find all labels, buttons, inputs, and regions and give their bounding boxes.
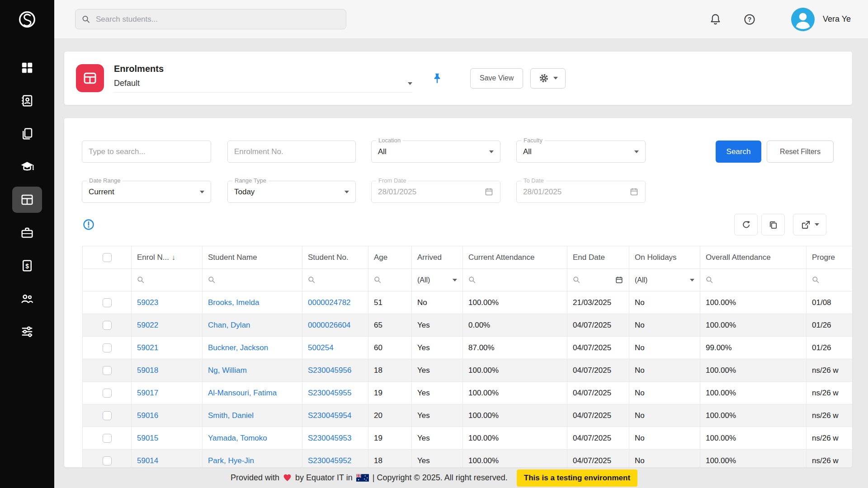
- enrol-no-link[interactable]: 59023: [137, 298, 158, 307]
- row-checkbox[interactable]: [103, 321, 112, 330]
- enrolment-no-input[interactable]: [227, 141, 356, 163]
- student-name-link[interactable]: Smith, Daniel: [208, 411, 254, 420]
- app-logo[interactable]: [0, 0, 54, 39]
- col-header-age[interactable]: Age: [368, 246, 412, 269]
- sidebar-item-dashboard[interactable]: [0, 51, 54, 84]
- student-name-link[interactable]: Park, Hye-Jin: [208, 456, 254, 465]
- on-holidays-column-filter[interactable]: (All): [635, 276, 694, 284]
- student-name-link[interactable]: Al-Mansouri, Fatima: [208, 389, 277, 397]
- reset-filters-button[interactable]: Reset Filters: [767, 141, 834, 163]
- student-no-link[interactable]: 500254: [308, 343, 334, 352]
- overall-attendance-column-filter[interactable]: [706, 276, 801, 284]
- student-name-link[interactable]: Brooks, Imelda: [208, 298, 259, 307]
- search-students-input[interactable]: [96, 15, 340, 24]
- refresh-button[interactable]: [734, 214, 758, 235]
- enrol-no-link[interactable]: 59018: [137, 366, 158, 375]
- age-column-filter[interactable]: [374, 276, 406, 284]
- arrived-cell: No: [412, 291, 463, 314]
- student-name-link[interactable]: Buckner, Jackson: [208, 343, 268, 352]
- enrol-no-link[interactable]: 59022: [137, 321, 158, 329]
- view-selector[interactable]: Default: [114, 79, 412, 93]
- date-range-select[interactable]: Date Range Current: [82, 181, 211, 203]
- col-header-overall-attendance[interactable]: Overall Attendance: [700, 246, 807, 269]
- sidebar-item-documents[interactable]: [0, 117, 54, 150]
- student-name-link[interactable]: Chan, Dylan: [208, 321, 250, 329]
- sidebar-item-students[interactable]: [0, 150, 54, 183]
- footer-text-mid: by Equator IT in: [295, 473, 353, 483]
- from-date-field[interactable]: From Date 28/01/2025: [371, 181, 500, 203]
- col-header-progress[interactable]: Progre: [807, 246, 853, 269]
- end-date-cell: 21/03/2025: [567, 291, 629, 314]
- to-date-field[interactable]: To Date 28/01/2025: [516, 181, 646, 203]
- progress-cell: ns/26 w: [807, 450, 853, 468]
- student-no-link[interactable]: S230045955: [308, 389, 351, 397]
- student-no-link[interactable]: S230045952: [308, 456, 351, 465]
- end-date-column-filter[interactable]: [573, 276, 623, 284]
- row-checkbox[interactable]: [103, 366, 112, 375]
- global-search[interactable]: [75, 9, 346, 29]
- view-settings-button[interactable]: [530, 68, 566, 89]
- row-checkbox[interactable]: [103, 434, 112, 443]
- col-header-on-holidays[interactable]: On Holidays: [629, 246, 700, 269]
- calendar-icon: [629, 187, 639, 197]
- sidebar-item-contacts[interactable]: [0, 84, 54, 117]
- student-no-column-filter[interactable]: [308, 276, 363, 284]
- gear-icon: [538, 73, 549, 84]
- user-menu[interactable]: Vera Ye: [791, 8, 851, 31]
- row-checkbox[interactable]: [103, 456, 112, 465]
- help-icon: ?: [743, 13, 756, 26]
- copy-button[interactable]: [761, 214, 785, 235]
- col-header-student-no[interactable]: Student No.: [302, 246, 368, 269]
- notifications-button[interactable]: [709, 13, 722, 25]
- arrived-column-filter[interactable]: (All): [417, 276, 457, 284]
- col-header-student-name[interactable]: Student Name: [203, 246, 302, 269]
- select-all-checkbox[interactable]: [103, 253, 112, 262]
- student-no-link[interactable]: 0000024782: [308, 298, 351, 307]
- sidebar: $: [0, 0, 54, 488]
- export-button[interactable]: [793, 214, 826, 235]
- sidebar-item-groups[interactable]: [0, 282, 54, 315]
- row-checkbox[interactable]: [103, 389, 112, 398]
- row-checkbox[interactable]: [103, 343, 112, 352]
- help-button[interactable]: ?: [743, 13, 756, 26]
- col-header-end-date[interactable]: End Date: [567, 246, 629, 269]
- student-name-link[interactable]: Ng, William: [208, 366, 247, 375]
- student-name-link[interactable]: Yamada, Tomoko: [208, 434, 267, 442]
- progress-column-filter[interactable]: [812, 276, 853, 284]
- enrol-no-link[interactable]: 59015: [137, 434, 158, 442]
- sidebar-item-enrolments[interactable]: [0, 183, 54, 216]
- student-no-link[interactable]: 0000026604: [308, 321, 351, 329]
- current-attendance-column-filter[interactable]: [468, 276, 561, 284]
- info-button[interactable]: [82, 218, 95, 231]
- faculty-select[interactable]: Faculty All: [516, 141, 646, 163]
- pin-view-button[interactable]: [431, 72, 443, 84]
- col-header-arrived[interactable]: Arrived: [412, 246, 463, 269]
- on-holidays-cell: No: [629, 314, 700, 337]
- sidebar-item-jobs[interactable]: [0, 216, 54, 249]
- enrol-no-link[interactable]: 59014: [137, 456, 158, 465]
- enrol-no-column-filter[interactable]: [137, 276, 197, 284]
- range-type-select[interactable]: Range Type Today: [227, 181, 356, 203]
- sidebar-item-invoices[interactable]: $: [0, 249, 54, 282]
- student-no-link[interactable]: S230045956: [308, 366, 351, 375]
- col-header-enrol-no[interactable]: Enrol N...↓: [132, 246, 203, 269]
- bell-icon: [709, 13, 722, 25]
- arrived-cell: Yes: [412, 359, 463, 382]
- search-icon: [812, 276, 820, 284]
- row-checkbox[interactable]: [103, 411, 112, 420]
- row-checkbox[interactable]: [103, 298, 112, 307]
- enrol-no-link[interactable]: 59021: [137, 343, 158, 352]
- keyword-search-input[interactable]: [82, 141, 211, 163]
- col-header-current-attendance[interactable]: Current Attendance: [463, 246, 567, 269]
- age-cell: 60: [368, 337, 412, 359]
- enrol-no-link[interactable]: 59016: [137, 411, 158, 420]
- student-no-link[interactable]: S230045953: [308, 434, 351, 442]
- sidebar-item-settings[interactable]: [0, 315, 54, 348]
- student-no-link[interactable]: S230045954: [308, 411, 351, 420]
- save-view-button[interactable]: Save View: [470, 68, 523, 89]
- search-button[interactable]: Search: [716, 141, 761, 163]
- enrol-no-link[interactable]: 59017: [137, 389, 158, 397]
- location-select[interactable]: Location All: [371, 141, 500, 163]
- end-date-cell: 04/07/2025: [567, 382, 629, 404]
- student-name-column-filter[interactable]: [208, 276, 297, 284]
